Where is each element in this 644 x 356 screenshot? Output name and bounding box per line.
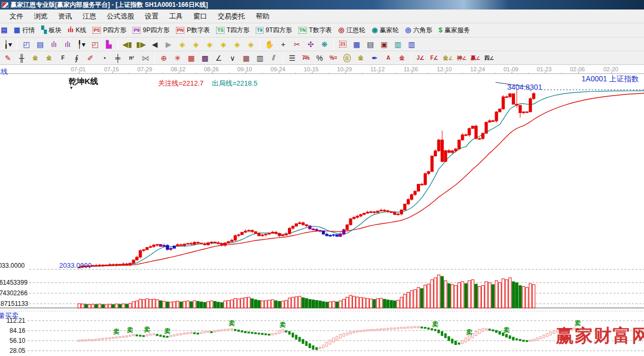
grid-123-tool[interactable]: ▦: [240, 52, 253, 64]
diamond-cross-button[interactable]: ◈: [231, 39, 244, 50]
percent-strike-tool[interactable]: 7̶%: [300, 52, 312, 64]
menu-item-3[interactable]: 资讯: [53, 11, 77, 22]
bars-3-icon[interactable]: ılı: [48, 39, 60, 50]
parallel-lines-tool[interactable]: ⫽: [267, 52, 280, 64]
menu-item-4[interactable]: 江恩: [77, 11, 101, 22]
angle-f-tool[interactable]: F∠: [428, 52, 441, 64]
menu-item-8[interactable]: 窗口: [188, 11, 212, 22]
trend-window-red-icon[interactable]: ◰: [89, 39, 101, 50]
grid-dark-tool[interactable]: ▩: [199, 52, 211, 64]
date-tick-label: 08-12: [171, 66, 185, 72]
save-button[interactable]: ▣: [378, 39, 390, 50]
menu-item-1[interactable]: 文件: [4, 11, 29, 22]
t-square-button[interactable]: TST四方形: [213, 25, 253, 36]
percent-line-tool[interactable]: %=: [327, 52, 340, 64]
tick-ruler-tool-icon: ╪: [115, 54, 120, 62]
remote-button[interactable]: ▥: [405, 39, 418, 50]
mirror-tool[interactable]: ⋈: [139, 52, 152, 64]
ink-pen-tool[interactable]: ✒: [368, 52, 381, 64]
gann-ruler-tool[interactable]: ╫: [15, 52, 28, 64]
pattern-tool-teal[interactable]: ❋: [318, 39, 331, 50]
scale-tool[interactable]: ☰: [286, 52, 298, 64]
diamond-allmove-button[interactable]: ◈: [245, 39, 257, 50]
angle-shen-tool[interactable]: 神∠: [455, 52, 468, 64]
diamond-left-button-icon: ◈: [180, 40, 185, 49]
svg-text:卖: 卖: [143, 326, 150, 333]
gann-wheel-button[interactable]: ◎江恩轮: [335, 25, 369, 36]
9p-square-button[interactable]: P99P四方形: [130, 25, 173, 36]
notes-button-icon: ▤: [367, 40, 374, 49]
radial-star-tool[interactable]: ✳: [171, 52, 184, 64]
grid-red-tool[interactable]: ▦: [185, 52, 198, 64]
quotes-button[interactable]: ▦行情: [11, 25, 39, 36]
gold-ruler-tool[interactable]: 金: [29, 52, 42, 64]
9t-square-button[interactable]: T99T四方形: [253, 25, 296, 36]
angle-gold-tool[interactable]: 金∠: [442, 52, 454, 64]
gold-circle-tool[interactable]: 金: [341, 52, 353, 64]
gold-lines-tool[interactable]: 金: [354, 52, 367, 64]
notes-button[interactable]: ▤: [364, 39, 377, 50]
time-circle-tool[interactable]: ◔: [98, 52, 110, 64]
menu-item-9[interactable]: 交易委托: [212, 11, 250, 22]
brush-tool[interactable]: ✎: [2, 52, 14, 64]
measure-tool[interactable]: ✂: [291, 39, 303, 50]
gann-wheel-button-label: 江恩轮: [347, 26, 366, 35]
menu-item-6[interactable]: 设置: [139, 11, 164, 22]
winner-wheel-button[interactable]: ◉赢家轮: [369, 25, 403, 36]
kline-style-dropdown-arrow[interactable]: ▼: [69, 86, 73, 90]
menu-item-2[interactable]: 浏览: [29, 11, 53, 22]
color-histogram-icon[interactable]: ▙: [102, 39, 115, 50]
svg-text:卖: 卖: [432, 321, 438, 328]
pencil-tool[interactable]: ✐: [84, 52, 97, 64]
diamond-expand-button[interactable]: ◈: [217, 39, 230, 50]
calendar-button[interactable]: 21: [337, 39, 349, 50]
kline-tab-label[interactable]: K线: [0, 67, 8, 77]
calculator-button[interactable]: ▦: [350, 39, 363, 50]
menu-item-7[interactable]: 工具: [164, 11, 188, 22]
nav-last-button[interactable]: ▮▶: [135, 39, 147, 50]
candle-dropdown[interactable]: ╿▾: [75, 39, 88, 50]
fan-lines-tool[interactable]: ∠: [212, 52, 225, 64]
gold-ruler2-tool[interactable]: 金: [43, 52, 55, 64]
trend-window-icon[interactable]: ◰: [20, 39, 33, 50]
percent-tool[interactable]: %: [313, 52, 326, 64]
angle-ying-tool[interactable]: 赢∠: [469, 52, 482, 64]
nav-first-button[interactable]: ◀▮: [121, 39, 134, 50]
n2-tool[interactable]: n²: [125, 52, 138, 64]
angle-j-tool[interactable]: J∠: [414, 52, 427, 64]
info-view-icon[interactable]: ▤: [34, 39, 46, 50]
diamond-right-button[interactable]: ◈: [190, 39, 202, 50]
hexagon-button[interactable]: ◎六角形: [403, 25, 436, 36]
nav-prev-button[interactable]: ◀: [148, 39, 161, 50]
bars-9-icon[interactable]: ılı: [61, 39, 74, 50]
tick-ruler-tool[interactable]: ╪: [111, 52, 124, 64]
wave-a-tool[interactable]: A: [382, 52, 395, 64]
kline-style-dropdown[interactable]: ╽▾: [2, 39, 14, 50]
kline-button[interactable]: ıİıK线: [65, 25, 90, 36]
date-tick-label: 12-10: [437, 66, 452, 72]
diamond-left-button[interactable]: ◈: [176, 39, 189, 50]
winner-service-button[interactable]: $赢家服务: [436, 25, 473, 36]
grid-b-tool[interactable]: ▥: [254, 52, 266, 64]
gold-underline-tool[interactable]: 金: [396, 52, 408, 64]
t-table-button[interactable]: TNT数字表: [296, 25, 335, 36]
p-square-button[interactable]: PSP四方形: [90, 25, 130, 36]
v-lines-tool[interactable]: ∨: [226, 52, 239, 64]
circle-cross-tool[interactable]: ⊕: [157, 52, 170, 64]
menu-item-5[interactable]: 公式选股: [101, 11, 139, 22]
hand-tool[interactable]: ✋: [263, 39, 276, 50]
chart-canvas[interactable]: 卖卖卖卖卖卖卖卖卖卖: [0, 65, 644, 356]
v-lines-tool-icon: ∨: [230, 54, 235, 62]
clipped-icon: ▤: [0, 24, 11, 36]
angle-si-tool[interactable]: 四∠: [483, 52, 496, 64]
diamond-hmove-button[interactable]: ◈: [203, 39, 216, 50]
nav-next-button[interactable]: ▶: [162, 39, 175, 50]
spiral-tool[interactable]: ∮: [70, 52, 83, 64]
network-button[interactable]: ▥: [391, 39, 404, 50]
p-table-button[interactable]: PNP数字表: [173, 25, 214, 36]
crosshair-tool[interactable]: +: [277, 39, 290, 50]
sectors-button[interactable]: ▚板块: [39, 25, 65, 36]
menu-item-10[interactable]: 帮助: [250, 11, 275, 22]
gann-tool-purple[interactable]: ✣: [304, 39, 317, 50]
f-ruler-tool[interactable]: F: [57, 52, 69, 64]
